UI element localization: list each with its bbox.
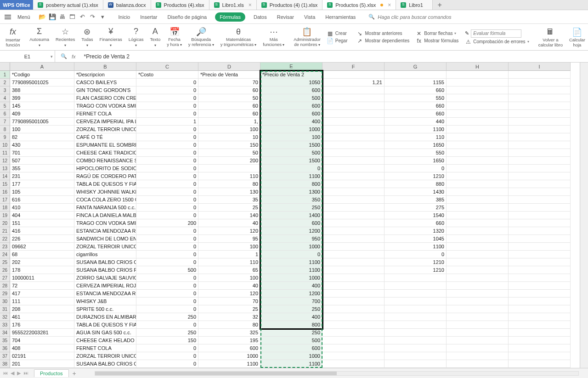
cell[interactable]: 35 xyxy=(198,196,260,204)
cell[interactable] xyxy=(322,133,384,141)
cell[interactable]: 151 xyxy=(10,219,74,227)
cell[interactable] xyxy=(447,258,509,266)
cell[interactable]: AGUA SIN GAS 500 c.c. xyxy=(74,329,136,337)
cell[interactable]: SPRITE 500 c.c. xyxy=(74,305,136,313)
cell[interactable] xyxy=(447,204,509,212)
cell[interactable] xyxy=(447,71,509,79)
cell[interactable]: 430 xyxy=(10,141,74,149)
cell[interactable]: 0 xyxy=(136,196,198,204)
cell[interactable] xyxy=(322,188,384,196)
cell[interactable]: 226 xyxy=(10,235,74,243)
cell[interactable]: 200 xyxy=(198,157,260,165)
cell[interactable] xyxy=(509,344,571,352)
row-header[interactable]: 29 xyxy=(0,290,10,298)
error-check-button[interactable]: ⚠Comprobación de errores xyxy=(465,39,529,45)
cell[interactable]: TRAGO CON VODKA SMIR xyxy=(74,219,136,227)
cell[interactable] xyxy=(447,110,509,118)
cell[interactable] xyxy=(447,274,509,282)
cell[interactable]: *Codigo xyxy=(10,71,74,79)
cell[interactable]: CHEESE CAKE TRADICION xyxy=(74,149,136,157)
cell[interactable] xyxy=(384,329,447,337)
cell[interactable]: 1210 xyxy=(384,258,447,266)
chevron-down-icon[interactable]: ▾ xyxy=(51,54,53,59)
select-all-corner[interactable] xyxy=(0,63,10,71)
row-header[interactable]: 10 xyxy=(0,141,10,149)
cell[interactable] xyxy=(322,321,384,329)
show-formulas-button[interactable]: fxMostrar fórmulas xyxy=(416,38,458,44)
cell[interactable] xyxy=(384,337,447,344)
row-header[interactable]: 16 xyxy=(0,188,10,196)
row-header[interactable]: 13 xyxy=(0,165,10,172)
cell[interactable]: 600 xyxy=(260,102,322,110)
cell[interactable]: 50 xyxy=(198,149,260,157)
cell[interactable]: 200 xyxy=(136,219,198,227)
row-header[interactable]: 26 xyxy=(0,266,10,274)
cell[interactable] xyxy=(509,204,571,212)
cell[interactable] xyxy=(384,313,447,321)
cell[interactable] xyxy=(509,188,571,196)
cell[interactable] xyxy=(509,321,571,329)
cell[interactable]: 176 xyxy=(10,321,74,329)
cell[interactable] xyxy=(447,133,509,141)
cell[interactable]: 178 xyxy=(10,266,74,274)
trace-precedents-button[interactable]: ↘Mostrar anteriores xyxy=(356,30,409,37)
insert-function-button[interactable]: fx Insertar función xyxy=(3,25,23,49)
cell[interactable]: 1320 xyxy=(384,227,447,235)
cell[interactable] xyxy=(322,290,384,298)
cell[interactable]: 800 xyxy=(260,321,322,329)
cell[interactable]: 409 xyxy=(10,110,74,118)
cell[interactable]: 550 xyxy=(384,149,447,157)
cell[interactable]: *Descripcion xyxy=(74,71,136,79)
cell[interactable] xyxy=(322,251,384,258)
cell[interactable]: 0 xyxy=(136,258,198,266)
cell[interactable]: 250 xyxy=(136,313,198,321)
cell[interactable]: 208 xyxy=(10,305,74,313)
cell[interactable]: 416 xyxy=(10,227,74,235)
cell[interactable]: 1155 xyxy=(384,79,447,86)
cell[interactable]: CASCO BAILEYS xyxy=(74,79,136,86)
cell[interactable]: 100 xyxy=(10,126,74,133)
cell[interactable] xyxy=(322,212,384,219)
cell[interactable] xyxy=(509,212,571,219)
menu-button[interactable]: Menú xyxy=(17,14,30,20)
logical-button[interactable]: ?Lógicas xyxy=(126,25,147,49)
cell[interactable] xyxy=(509,219,571,227)
cell[interactable]: 0 xyxy=(136,133,198,141)
cell[interactable] xyxy=(509,266,571,274)
cell[interactable] xyxy=(447,157,509,165)
create-name-button[interactable]: ▦Crear xyxy=(327,30,348,37)
cell[interactable] xyxy=(509,337,571,344)
text-functions-button[interactable]: ATexto xyxy=(147,25,163,49)
cell[interactable]: 0 xyxy=(136,251,198,258)
column-header[interactable]: E xyxy=(260,63,322,71)
cell[interactable] xyxy=(447,298,509,305)
cell[interactable] xyxy=(322,196,384,204)
zoom-selection-icon[interactable]: 🔍 xyxy=(61,53,67,59)
cell[interactable] xyxy=(447,212,509,219)
cell[interactable]: 1,21 xyxy=(322,79,384,86)
cell[interactable]: 1 xyxy=(198,251,260,258)
cell[interactable]: 65 xyxy=(198,266,260,274)
cell[interactable] xyxy=(322,243,384,251)
horizontal-scrollbar[interactable] xyxy=(95,371,579,376)
cell[interactable]: 660 xyxy=(384,102,447,110)
cell[interactable] xyxy=(509,110,571,118)
row-header[interactable]: 15 xyxy=(0,180,10,188)
cell[interactable]: DURAZNOS EN ALMIBAR xyxy=(74,313,136,321)
cell[interactable]: 1210 xyxy=(384,266,447,274)
calc-sheet-button[interactable]: 📄Calcular hoja xyxy=(566,25,588,49)
row-header[interactable]: 17 xyxy=(0,196,10,204)
cell[interactable]: 32 xyxy=(198,313,260,321)
cell[interactable]: CHEESE CAKE HELADO xyxy=(74,337,136,344)
cell[interactable] xyxy=(447,251,509,258)
cell[interactable]: 140 xyxy=(198,212,260,219)
paste-name-button[interactable]: 📄Pegar xyxy=(327,38,348,44)
cell[interactable]: 616 xyxy=(10,196,74,204)
evaluate-formula-input[interactable] xyxy=(471,29,521,38)
row-header[interactable]: 27 xyxy=(0,274,10,282)
cell[interactable]: 400 xyxy=(260,313,322,321)
cell[interactable]: 1500 xyxy=(260,157,322,165)
cell[interactable]: 880 xyxy=(384,180,447,188)
cell[interactable]: 1400 xyxy=(260,212,322,219)
cell[interactable]: 550 xyxy=(384,94,447,102)
